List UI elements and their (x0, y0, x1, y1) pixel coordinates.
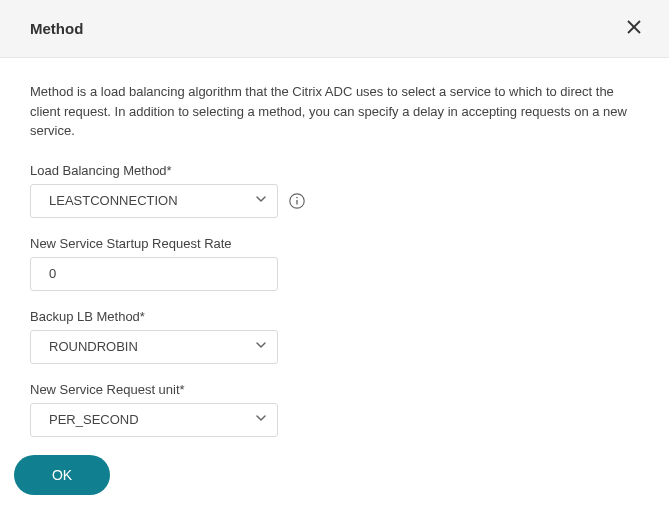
dialog-header: Method (0, 0, 669, 58)
startup-rate-wrap (30, 257, 278, 291)
request-unit-select[interactable] (30, 403, 278, 437)
field-lb-method: Load Balancing Method* (30, 163, 639, 218)
startup-rate-label: New Service Startup Request Rate (30, 236, 639, 251)
close-button[interactable] (623, 16, 645, 41)
method-dialog: Method Method is a load balancing algori… (0, 0, 669, 513)
lb-method-row (30, 184, 639, 218)
dialog-body: Method is a load balancing algorithm tha… (0, 58, 669, 443)
request-unit-select-wrap (30, 403, 278, 437)
info-icon[interactable] (288, 192, 306, 210)
backup-method-label: Backup LB Method* (30, 309, 639, 324)
method-description: Method is a load balancing algorithm tha… (30, 82, 639, 141)
field-startup-rate: New Service Startup Request Rate (30, 236, 639, 291)
startup-rate-input[interactable] (30, 257, 278, 291)
lb-method-select[interactable] (30, 184, 278, 218)
backup-method-select[interactable] (30, 330, 278, 364)
lb-method-select-wrap (30, 184, 278, 218)
svg-point-3 (296, 196, 298, 198)
request-unit-label: New Service Request unit* (30, 382, 639, 397)
dialog-title: Method (30, 20, 83, 37)
backup-method-select-wrap (30, 330, 278, 364)
ok-button[interactable]: OK (14, 455, 110, 495)
dialog-footer: OK (0, 443, 669, 513)
field-backup-method: Backup LB Method* (30, 309, 639, 364)
lb-method-label: Load Balancing Method* (30, 163, 639, 178)
close-icon (627, 20, 641, 37)
field-request-unit: New Service Request unit* (30, 382, 639, 437)
